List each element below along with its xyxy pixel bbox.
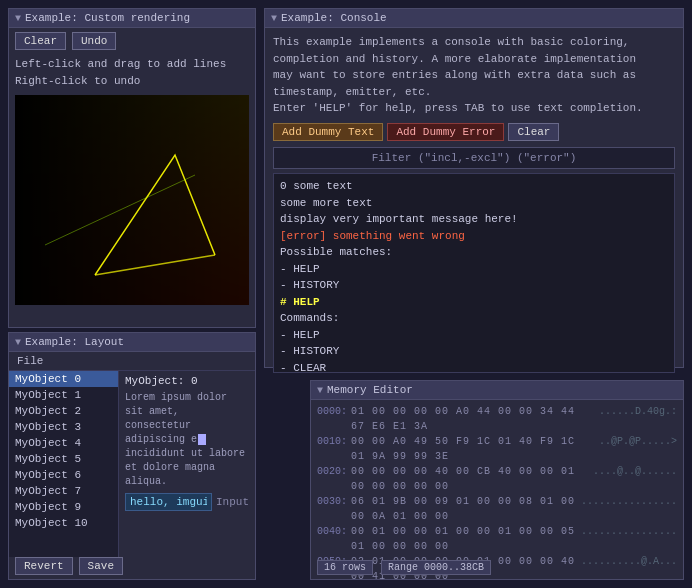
list-item-2[interactable]: MyObject 2	[9, 403, 118, 419]
console-desc2: completion and history. A more elaborate…	[273, 51, 675, 68]
console-line-5: - HELP	[280, 261, 668, 278]
console-line-7: # HELP	[280, 294, 668, 311]
console-line-2: display very important message here!	[280, 211, 668, 228]
detail-text1: Lorem ipsum dolor sit amet, consectetur	[125, 391, 249, 433]
instructions-text: Left-click and drag to add lines Right-c…	[9, 54, 255, 91]
memory-editor-window: ▼ Memory Editor 0000: 01 00 00 00 00 A0 …	[310, 380, 684, 580]
canvas-svg	[15, 95, 249, 305]
console-line-3: [error] something went wrong	[280, 228, 668, 245]
console-desc3: may want to store entries along with ext…	[273, 67, 675, 84]
layout-window: ▼ Example: Layout File MyObject 0 MyObje…	[8, 332, 256, 580]
memory-arrow-icon: ▼	[317, 385, 323, 396]
list-item-4[interactable]: MyObject 4	[9, 435, 118, 451]
memory-row-4: 0040: 00 01 00 00 01 00 00 01 00 00 05 0…	[317, 524, 677, 554]
list-item-5[interactable]: MyObject 5	[9, 451, 118, 467]
list-item-10[interactable]: MyObject 10	[9, 515, 118, 531]
console-line-8: Commands:	[280, 310, 668, 327]
console-desc1: This example implements a console with b…	[273, 34, 675, 51]
detail-text2: adipiscing e	[125, 433, 249, 447]
memory-row-3: 0030: 06 01 9B 00 09 01 00 00 08 01 00 0…	[317, 494, 677, 524]
instruction-line1: Left-click and drag to add lines	[15, 56, 249, 73]
console-title-text: Example: Console	[281, 12, 387, 24]
object-list: MyObject 0 MyObject 1 MyObject 2 MyObjec…	[9, 371, 119, 557]
console-line-4: Possible matches:	[280, 244, 668, 261]
console-buttons: Add Dummy Text Add Dummy Error Clear	[273, 123, 675, 141]
detail-title: MyObject: 0	[125, 375, 249, 387]
layout-title: ▼ Example: Layout	[9, 333, 255, 352]
console-clear-button[interactable]: Clear	[508, 123, 559, 141]
layout-file-menu[interactable]: File	[9, 352, 255, 371]
list-item-9[interactable]: MyObject 9	[9, 499, 118, 515]
layout-title-text: Example: Layout	[25, 336, 124, 348]
filter-placeholder: Filter ("incl,-excl") ("error")	[372, 152, 577, 164]
custom-rendering-window: ▼ Example: Custom rendering Clear Undo L…	[8, 8, 256, 328]
layout-footer: Revert Save	[15, 557, 123, 575]
memory-row-2: 0020: 00 00 00 00 40 00 CB 40 00 00 01 0…	[317, 464, 677, 494]
detail-text3: incididunt ut labore et dolore magna ali…	[125, 447, 249, 489]
memory-title-text: Memory Editor	[327, 384, 413, 396]
filter-bar[interactable]: Filter ("incl,-excl") ("error")	[273, 147, 675, 170]
file-menu-label: File	[17, 355, 43, 367]
layout-content: MyObject 0 MyObject 1 MyObject 2 MyObjec…	[9, 371, 255, 557]
memory-row-1: 0010: 00 00 A0 49 50 F9 1C 01 40 F9 1C 0…	[317, 434, 677, 464]
console-line-9: - HELP	[280, 327, 668, 344]
console-desc5: Enter 'HELP' for help, press TAB to use …	[273, 100, 675, 117]
svg-rect-2	[15, 95, 249, 305]
row-count-badge: 16 rows	[317, 560, 373, 575]
save-button[interactable]: Save	[79, 557, 123, 575]
list-item-6[interactable]: MyObject 6	[9, 467, 118, 483]
revert-button[interactable]: Revert	[15, 557, 73, 575]
list-item-7[interactable]: MyObject 7	[9, 483, 118, 499]
list-item-1[interactable]: MyObject 1	[9, 387, 118, 403]
console-window: ▼ Example: Console This example implemen…	[264, 8, 684, 368]
memory-footer: 16 rows Range 0000..38CB	[317, 560, 491, 575]
console-desc4: timestamp, emitter, etc.	[273, 84, 675, 101]
console-line-1: some more text	[280, 195, 668, 212]
console-description: This example implements a console with b…	[273, 34, 675, 117]
clear-button[interactable]: Clear	[15, 32, 66, 50]
list-item-0[interactable]: MyObject 0	[9, 371, 118, 387]
object-input[interactable]	[125, 493, 212, 511]
layout-arrow-icon: ▼	[15, 337, 21, 348]
drawing-canvas[interactable]	[15, 95, 249, 305]
console-body: This example implements a console with b…	[265, 28, 683, 379]
instruction-line2: Right-click to undo	[15, 73, 249, 90]
add-dummy-text-button[interactable]: Add Dummy Text	[273, 123, 383, 141]
console-title: ▼ Example: Console	[265, 9, 683, 28]
input-row: Input	[125, 493, 249, 511]
console-line-11: - CLEAR	[280, 360, 668, 374]
console-line-0: 0 some text	[280, 178, 668, 195]
custom-rendering-title-text: Example: Custom rendering	[25, 12, 190, 24]
custom-rendering-toolbar: Clear Undo	[9, 28, 255, 54]
custom-rendering-title: ▼ Example: Custom rendering	[9, 9, 255, 28]
console-line-6: - HISTORY	[280, 277, 668, 294]
input-label: Input	[216, 496, 249, 508]
memory-row-0: 0000: 01 00 00 00 00 A0 44 00 00 34 44 6…	[317, 404, 677, 434]
range-badge: Range 0000..38CB	[381, 560, 491, 575]
detail-panel: MyObject: 0 Lorem ipsum dolor sit amet, …	[119, 371, 255, 557]
console-line-10: - HISTORY	[280, 343, 668, 360]
add-dummy-error-button[interactable]: Add Dummy Error	[387, 123, 504, 141]
undo-button[interactable]: Undo	[72, 32, 116, 50]
title-arrow-icon: ▼	[15, 13, 21, 24]
console-output: 0 some text some more text display very …	[273, 173, 675, 373]
list-item-3[interactable]: MyObject 3	[9, 419, 118, 435]
memory-editor-title: ▼ Memory Editor	[311, 381, 683, 400]
console-arrow-icon: ▼	[271, 13, 277, 24]
